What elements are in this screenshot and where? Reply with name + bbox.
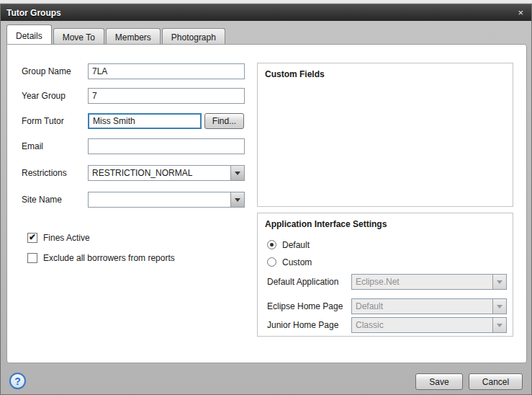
exclude-borrowers-checkbox[interactable] (27, 253, 37, 263)
exclude-borrowers-row[interactable]: Exclude all borrowers from reports (27, 252, 175, 264)
screen: Tutor Groups × Details Move To Members P… (0, 0, 532, 395)
cancel-button[interactable]: Cancel (469, 373, 523, 390)
dialog-title: Tutor Groups (6, 8, 61, 18)
group-name-label: Group Name (22, 63, 71, 79)
tab-photograph[interactable]: Photograph (162, 28, 225, 44)
default-application-combobox[interactable]: Eclipse.Net (351, 274, 507, 290)
chevron-down-icon[interactable] (230, 166, 244, 180)
custom-fields-title: Custom Fields (258, 63, 513, 79)
fines-active-label: Fines Active (43, 233, 90, 243)
exclude-borrowers-label: Exclude all borrowers from reports (43, 253, 175, 263)
close-icon[interactable]: × (515, 8, 526, 17)
fines-active-row[interactable]: Fines Active (27, 232, 90, 244)
help-glyph: ? (14, 376, 21, 387)
fines-active-checkbox[interactable] (27, 233, 37, 243)
default-radio[interactable] (267, 240, 276, 249)
tab-move-to-label: Move To (63, 32, 95, 43)
custom-radio-label: Custom (282, 257, 312, 267)
junior-home-label: Junior Home Page (267, 317, 338, 333)
restrictions-label: Restrictions (22, 165, 67, 181)
email-input[interactable] (88, 138, 245, 154)
tab-photograph-label: Photograph (171, 32, 216, 43)
tab-members[interactable]: Members (106, 28, 161, 44)
tab-move-to[interactable]: Move To (53, 28, 104, 44)
default-application-value: Eclipse.Net (352, 277, 492, 287)
form-tutor-label: Form Tutor (22, 113, 64, 129)
group-name-input[interactable] (88, 63, 245, 79)
default-radio-row[interactable]: Default (267, 239, 310, 250)
eclipse-home-combobox[interactable]: Default (351, 298, 507, 314)
custom-radio-row[interactable]: Custom (267, 257, 312, 267)
help-icon[interactable]: ? (9, 373, 26, 389)
junior-home-combobox[interactable]: Classic (351, 317, 507, 333)
tab-strip: Details Move To Members Photograph (6, 25, 227, 44)
site-name-combobox[interactable] (88, 192, 245, 208)
tab-details[interactable]: Details (6, 25, 52, 44)
chevron-down-icon[interactable] (492, 299, 506, 314)
chevron-down-icon[interactable] (492, 275, 506, 289)
junior-home-value: Classic (352, 320, 492, 330)
tab-details-label: Details (16, 31, 42, 41)
default-radio-label: Default (282, 240, 310, 250)
restrictions-combobox[interactable]: RESTRICTION_NORMAL (88, 165, 245, 181)
year-group-input[interactable] (88, 88, 245, 104)
year-group-label: Year Group (22, 88, 66, 104)
chevron-down-icon[interactable] (230, 192, 244, 207)
email-label: Email (22, 138, 43, 154)
site-name-label: Site Name (22, 192, 62, 208)
chevron-down-icon[interactable] (492, 318, 506, 332)
form-tutor-input[interactable] (88, 113, 202, 129)
content-panel: Group Name Year Group Form Tutor Find...… (6, 44, 527, 363)
default-application-label: Default Application (267, 274, 338, 290)
app-interface-title: Application Interface Settings (258, 213, 513, 229)
restrictions-value: RESTRICTION_NORMAL (89, 168, 230, 178)
tab-members-label: Members (115, 32, 151, 43)
app-interface-groupbox: Application Interface Settings Default C… (257, 213, 513, 337)
tutor-groups-dialog: Tutor Groups × Details Move To Members P… (0, 4, 532, 395)
custom-radio[interactable] (267, 257, 276, 267)
eclipse-home-label: Eclipse Home Page (267, 298, 343, 314)
dialog-titlebar[interactable]: Tutor Groups × (1, 4, 531, 21)
find-button[interactable]: Find... (204, 113, 244, 129)
save-button[interactable]: Save (415, 373, 463, 390)
eclipse-home-value: Default (352, 301, 492, 311)
custom-fields-groupbox: Custom Fields (257, 63, 513, 207)
